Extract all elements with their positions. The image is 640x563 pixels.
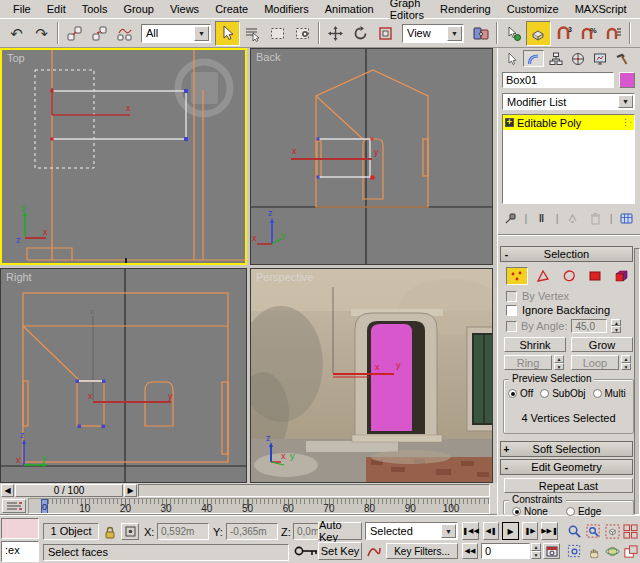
redo-button[interactable]: ↷: [29, 21, 54, 46]
modifier-list-dropdown[interactable]: Modifier List ▼: [502, 93, 635, 110]
rollout-edit-geometry-header[interactable]: - Edit Geometry: [500, 459, 633, 475]
menu-group[interactable]: Group: [115, 1, 162, 17]
select-by-name-button[interactable]: [240, 21, 265, 46]
selection-filter-dropdown[interactable]: All ▼: [141, 24, 211, 43]
time-slider-next-button[interactable]: ▶: [124, 484, 137, 497]
expand-stack-icon[interactable]: +: [505, 118, 514, 127]
loop-button[interactable]: Loop: [571, 355, 619, 370]
trackbar-current-frame-marker[interactable]: 0: [41, 499, 48, 514]
remove-modifier-button[interactable]: [587, 210, 603, 226]
time-slider-track[interactable]: [138, 484, 490, 497]
pan-view-button[interactable]: [585, 543, 602, 560]
selection-lock-toggle[interactable]: [102, 524, 118, 540]
configure-modifier-sets-button[interactable]: [619, 210, 635, 226]
open-mini-curve-editor-button[interactable]: [2, 499, 26, 513]
next-frame-button[interactable]: ❚▶: [522, 522, 538, 540]
ring-button[interactable]: Ring: [504, 355, 552, 370]
absolute-offset-mode-toggle[interactable]: [121, 523, 139, 540]
trackbar-ruler[interactable]: 0102030405060708090100: [28, 498, 490, 514]
ignore-backfacing-checkbox-row[interactable]: Ignore Backfacing: [506, 304, 610, 316]
zoom-extents-all-button[interactable]: [622, 522, 639, 540]
field-of-view-region-zoom-button[interactable]: [566, 543, 583, 560]
stack-item-editable-poly[interactable]: + Editable Poly ⋮·: [503, 115, 634, 130]
zoom-extents-button[interactable]: [604, 522, 621, 540]
zoom-all-button[interactable]: [585, 522, 602, 540]
current-frame-field[interactable]: 0: [481, 543, 530, 559]
chevron-down-icon[interactable]: ▼: [441, 524, 456, 538]
key-mode-toggle-button[interactable]: ◀◀: [462, 543, 478, 559]
vertex-mode-button[interactable]: [506, 267, 528, 285]
chevron-down-icon[interactable]: ▼: [194, 26, 209, 41]
rollout-soft-selection-header[interactable]: + Soft Selection: [500, 441, 633, 457]
key-filter-set-dropdown[interactable]: Selected ▼: [365, 522, 458, 540]
angle-snap-toggle-button[interactable]: 3: [551, 21, 576, 46]
select-object-button[interactable]: [215, 21, 240, 46]
loop-spinner[interactable]: ▲▼: [621, 355, 631, 370]
previous-frame-button[interactable]: ◀❚: [483, 522, 499, 540]
menu-create[interactable]: Create: [207, 1, 256, 17]
select-and-scale-button[interactable]: [373, 21, 398, 46]
viewport-top[interactable]: Top x y x: [0, 48, 247, 265]
polygon-mode-button[interactable]: [584, 267, 606, 285]
maxscript-mini-listener[interactable]: :ex: [1, 541, 39, 562]
viewport-right[interactable]: Right z x y: [0, 268, 247, 483]
rollout-selection-header[interactable]: - Selection: [500, 246, 633, 262]
menu-customize[interactable]: Customize: [499, 1, 567, 17]
by-angle-field[interactable]: 45,0: [571, 319, 607, 333]
viewport-back[interactable]: Back x y: [250, 48, 493, 265]
spinner-snap-toggle-button[interactable]: [601, 21, 626, 46]
y-coord-field[interactable]: -0,365m: [226, 523, 278, 540]
x-coord-field[interactable]: 0,592m: [157, 523, 209, 540]
menu-help[interactable]: Help: [635, 1, 640, 17]
tab-utilities[interactable]: [611, 50, 632, 67]
constraint-edge-radio[interactable]: Edge: [566, 506, 601, 517]
use-pivot-point-center-button[interactable]: [468, 21, 493, 46]
edge-mode-button[interactable]: [532, 267, 554, 285]
selected-face-polygon[interactable]: [371, 324, 412, 431]
chevron-down-icon[interactable]: ▼: [618, 95, 633, 108]
ring-spinner[interactable]: ▲▼: [554, 355, 564, 370]
object-color-swatch[interactable]: [619, 72, 635, 88]
viewport-perspective[interactable]: Perspective: [250, 268, 493, 483]
menu-views[interactable]: Views: [162, 1, 207, 17]
bind-to-space-warp-button[interactable]: [112, 21, 137, 46]
tab-create[interactable]: [501, 50, 522, 67]
select-and-manipulate-button[interactable]: [501, 21, 526, 46]
shrink-button[interactable]: Shrink: [504, 337, 566, 352]
by-angle-checkbox[interactable]: [506, 321, 517, 332]
select-and-rotate-button[interactable]: [348, 21, 373, 46]
undo-button[interactable]: ↶: [4, 21, 29, 46]
tab-modify[interactable]: [523, 50, 544, 67]
make-unique-button[interactable]: [565, 210, 581, 226]
constraint-none-radio[interactable]: None: [512, 506, 548, 517]
by-vertex-checkbox-row[interactable]: By Vertex: [506, 290, 569, 302]
zoom-button[interactable]: [566, 522, 583, 540]
frame-spinner[interactable]: ▲▼: [531, 543, 541, 559]
snaps-toggle-3d-button[interactable]: [526, 21, 551, 46]
min-max-toggle-button[interactable]: [622, 543, 639, 560]
pin-stack-button[interactable]: [502, 210, 518, 226]
by-vertex-checkbox[interactable]: [506, 291, 517, 302]
window-crossing-toggle-button[interactable]: [290, 21, 315, 46]
time-slider-handle[interactable]: 0 / 100: [15, 484, 123, 497]
by-angle-row[interactable]: By Angle: 45,0 ▲▼: [506, 319, 621, 333]
menu-maxscript[interactable]: MAXScript: [567, 1, 635, 17]
viewport-perspective-label[interactable]: Perspective: [256, 271, 313, 283]
key-filters-button[interactable]: Key Filters...: [386, 543, 458, 559]
border-mode-button[interactable]: [558, 267, 580, 285]
go-to-start-button[interactable]: ❚◀◀: [462, 522, 479, 540]
reference-coordinate-dropdown[interactable]: View ▼: [402, 24, 464, 43]
tab-display[interactable]: [589, 50, 610, 67]
time-slider-prev-button[interactable]: ◀: [1, 484, 14, 497]
unlink-selection-button[interactable]: [87, 21, 112, 46]
menu-modifiers[interactable]: Modifiers: [256, 1, 317, 17]
modifier-stack[interactable]: + Editable Poly ⋮·: [502, 114, 635, 204]
tab-motion[interactable]: [567, 50, 588, 67]
keyboard-shortcut-override-toggle[interactable]: [292, 542, 320, 560]
object-name-field[interactable]: Box01: [502, 72, 614, 88]
menu-tools[interactable]: Tools: [74, 1, 116, 17]
rectangular-selection-region-button[interactable]: [265, 21, 290, 46]
arc-rotate-button[interactable]: [604, 543, 621, 560]
menu-animation[interactable]: Animation: [317, 1, 382, 17]
auto-key-button[interactable]: Auto Key: [318, 522, 362, 540]
